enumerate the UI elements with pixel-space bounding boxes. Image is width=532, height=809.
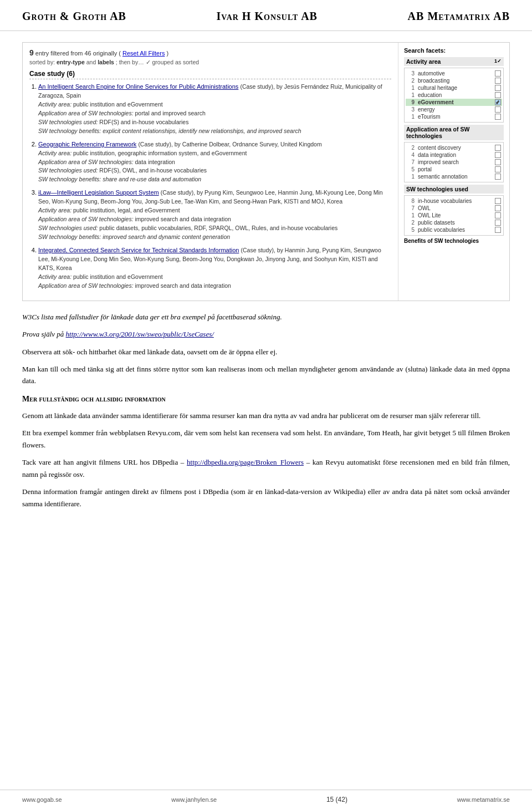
dbpedia-link[interactable]: http://dbpedia.org/page/Broken_Flowers bbox=[187, 458, 304, 466]
entry-app-1: Application area of SW technologies: por… bbox=[38, 110, 206, 116]
entry-app-2: Application area of SW technologies: dat… bbox=[38, 159, 175, 165]
facet-app-sw-scroll[interactable]: 2 content discovery 4 data integration 7… bbox=[404, 142, 504, 182]
facet-item: 1 OWL Lite bbox=[406, 212, 502, 219]
facet-item: 2 public datasets bbox=[406, 219, 502, 226]
company-right: AB Metamatrix AB bbox=[408, 10, 510, 23]
facet-item: 3 automotive bbox=[406, 70, 502, 77]
entry-meta-2: (Case study), by Catherine Dolbear, Ordn… bbox=[138, 141, 321, 147]
entry-title-2[interactable]: Geographic Referencing Framework bbox=[38, 141, 136, 147]
caption-text: W3Cs lista med fallstudier för länkade d… bbox=[22, 313, 282, 321]
sort-line: sorted by: entry-type and labels ; then … bbox=[29, 59, 391, 65]
facet-item: 1 eTourism bbox=[406, 113, 502, 120]
list-item: Geographic Referencing Framework (Case s… bbox=[38, 140, 391, 185]
footer-right: www.metamatrix.se bbox=[457, 796, 510, 803]
facet-item: 4 data integration bbox=[406, 151, 502, 159]
screenshot-box: 9 entry filtered from 46 originally ( Re… bbox=[22, 42, 510, 301]
w3c-link[interactable]: http://www.w3.org/2001/sw/sweo/public/Us… bbox=[66, 330, 214, 338]
entry-title-4[interactable]: Integrated, Connected Search Service for… bbox=[38, 247, 239, 253]
revyu-para: Ett bra exempel kommer från webbplatsen … bbox=[22, 427, 510, 451]
entry-benefit-3: SW technology benefits: improved search … bbox=[38, 233, 230, 240]
link-para: Prova själv på http://www.w3.org/2001/sw… bbox=[22, 328, 510, 340]
caption-para: W3Cs lista med fallstudier för länkade d… bbox=[22, 311, 510, 323]
entry-activity-2: Activity area: public institution, geogr… bbox=[38, 150, 247, 156]
facet-item: 3 energy bbox=[406, 106, 502, 113]
entry-activity-4: Activity area: public institution and eG… bbox=[38, 273, 163, 280]
entry-activity-3: Activity area: public institution, legal… bbox=[38, 207, 180, 213]
footer-left: www.gogab.se bbox=[22, 796, 62, 803]
revyu-text: Ett bra exempel kommer från webbplatsen … bbox=[22, 429, 322, 437]
genom-para: Genom att länkade data använder samma id… bbox=[22, 410, 510, 421]
facet-item: 5 public vocabularies bbox=[406, 226, 502, 233]
entry-title-3[interactable]: iLaw—Intelligent Legislation Support Sys… bbox=[38, 189, 159, 196]
denna-para: Denna information framgår antingen direk… bbox=[22, 486, 510, 510]
facet-item: 7 improved search bbox=[406, 159, 502, 166]
page-header: Groth & Groth AB Ivar H Konsult AB AB Me… bbox=[0, 0, 532, 31]
entry-list: An Intelligent Search Engine for Online … bbox=[29, 83, 391, 291]
company-center: Ivar H Konsult AB bbox=[217, 10, 318, 23]
entry-used-3: SW technologies used: public datasets, p… bbox=[38, 225, 337, 231]
list-item: An Intelligent Search Engine for Online … bbox=[38, 83, 391, 136]
entry-used-1: SW technologies used: RDF(S) and in-hous… bbox=[38, 119, 188, 125]
facet-item: 1 semantic annotation bbox=[406, 173, 502, 180]
benefits-label: Benefits of SW technologies bbox=[404, 238, 504, 244]
facet-item-egovernment: 9 eGovernment ✓ bbox=[406, 99, 502, 106]
facet-app-sw-title: Application area of SW technologies bbox=[404, 125, 504, 140]
page-footer: www.gogab.se www.janhylen.se 15 (42) www… bbox=[0, 790, 532, 809]
entry-used-2: SW technologies used: RDF(S), OWL, and i… bbox=[38, 167, 207, 174]
entry-app-3: Application area of SW technologies: imp… bbox=[38, 216, 231, 222]
entry-app-4: Application area of SW technologies: imp… bbox=[38, 282, 231, 289]
facet-item: 1 education bbox=[406, 91, 502, 99]
section-heading: Mer fullständig och allsidig information bbox=[22, 393, 510, 405]
facet-item: 2 broadcasting bbox=[406, 77, 502, 84]
tack-vare-text: Tack vare att han angivit filmens URL ho… bbox=[22, 458, 187, 466]
facet-item: 7 OWL bbox=[406, 205, 502, 212]
facet-item: 8 in-house vocabularies bbox=[406, 197, 502, 205]
entry-benefit-2: SW technology benefits: share and re-use… bbox=[38, 176, 201, 182]
text-section: W3Cs lista med fallstudier för länkade d… bbox=[22, 311, 510, 510]
facet-item: 5 portal bbox=[406, 166, 502, 173]
reset-link[interactable]: Reset All Filters bbox=[122, 50, 165, 57]
list-item: Integrated, Connected Search Service for… bbox=[38, 246, 391, 291]
case-study-header: Case study (6) bbox=[29, 70, 391, 79]
dbpedia-para: Tack vare att han angivit filmens URL ho… bbox=[22, 456, 510, 480]
screenshot-right-panel: Search facets: Activity area 1✓ 3 automo… bbox=[398, 43, 509, 301]
man-kan-para: Man kan till och med tänka sig att det f… bbox=[22, 363, 510, 387]
main-content: 9 entry filtered from 46 originally ( Re… bbox=[0, 31, 532, 528]
footer-center: 15 (42) bbox=[326, 796, 347, 803]
facet-sw-used-title: SW technologies used bbox=[404, 185, 504, 194]
facet-sw-used-scroll[interactable]: 8 in-house vocabularies 7 OWL 1 OWL Lite… bbox=[404, 195, 504, 236]
facet-activity-title: Activity area 1✓ bbox=[404, 57, 504, 66]
filter-line: 9 entry filtered from 46 originally ( Re… bbox=[29, 48, 391, 57]
list-item: iLaw—Intelligent Legislation Support Sys… bbox=[38, 189, 391, 242]
facet-activity-scroll[interactable]: 3 automotive 2 broadcasting 1 cultural h… bbox=[404, 68, 504, 123]
facet-item: 1 cultural heritage bbox=[406, 84, 502, 91]
facet-item: 2 content discovery bbox=[406, 144, 502, 151]
entry-title-1[interactable]: An Intelligent Search Engine for Online … bbox=[38, 83, 238, 90]
entry-benefit-1: SW technology benefits: explicit content… bbox=[38, 128, 301, 134]
facets-title: Search facets: bbox=[404, 47, 504, 54]
entry-activity-1: Activity area: public institution and eG… bbox=[38, 101, 163, 108]
footer-center-alt: www.janhylen.se bbox=[171, 796, 217, 803]
filter-text: entry filtered from 46 originally ( bbox=[35, 50, 121, 57]
filter-count: 9 bbox=[29, 48, 34, 57]
observe-para: Observera att sök- och hittbarhet ökar m… bbox=[22, 346, 510, 358]
company-left: Groth & Groth AB bbox=[22, 10, 126, 23]
screenshot-left-panel: 9 entry filtered from 46 originally ( Re… bbox=[23, 43, 398, 301]
